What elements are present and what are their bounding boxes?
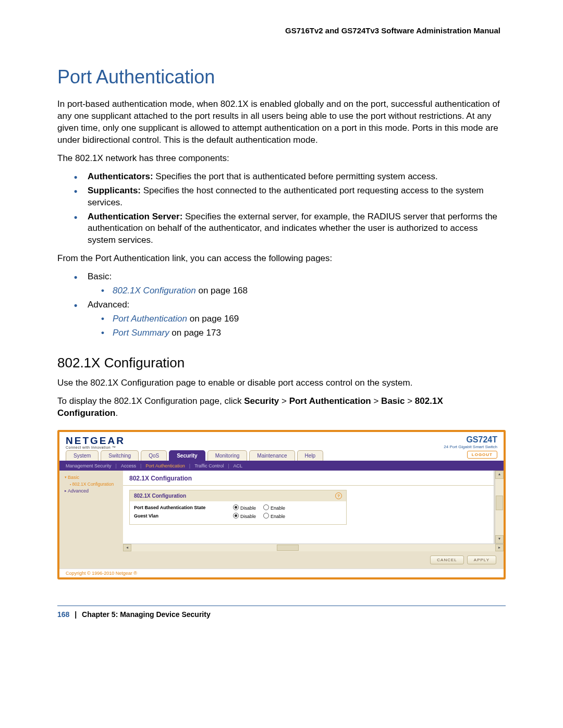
scroll-thumb[interactable] bbox=[496, 496, 503, 510]
advanced-label: Advanced: bbox=[88, 300, 129, 310]
field-label: Port Based Authentication State bbox=[134, 505, 228, 510]
text: . bbox=[115, 408, 118, 418]
list-item: Authenticators: Specifies the port that … bbox=[74, 171, 506, 183]
breadcrumb-part: Basic bbox=[381, 396, 405, 406]
separator-icon: | bbox=[71, 610, 80, 619]
list-item: Port Authentication on page 169 bbox=[101, 313, 506, 325]
scroll-right-icon[interactable]: ▸ bbox=[495, 544, 504, 551]
tab-monitoring[interactable]: Monitoring bbox=[207, 450, 248, 461]
subnav-traffic-control[interactable]: Traffic Control bbox=[194, 463, 224, 468]
radio-icon bbox=[233, 513, 239, 519]
field-guest-vlan: Guest Vlan Disable Enable bbox=[134, 512, 342, 520]
nav-instruction: To display the 802.1X Configuration page… bbox=[57, 396, 506, 419]
subnav-mgmt-security[interactable]: Management Security bbox=[66, 463, 112, 468]
page-ref: on page 168 bbox=[196, 286, 248, 295]
cancel-button[interactable]: CANCEL bbox=[430, 556, 463, 564]
page-ref: on page 173 bbox=[169, 328, 221, 338]
components-list: Authenticators: Specifies the port that … bbox=[57, 171, 506, 247]
subnav-acl[interactable]: ACL bbox=[234, 463, 243, 468]
scroll-thumb[interactable] bbox=[277, 545, 299, 551]
radio-icon bbox=[263, 513, 269, 519]
apply-button[interactable]: APPLY bbox=[467, 556, 496, 564]
subnav-port-auth[interactable]: Port Authentication bbox=[145, 463, 185, 468]
term: Supplicants: bbox=[88, 186, 141, 195]
radio-enable[interactable]: Enable bbox=[263, 513, 285, 519]
pane-title: 802.1X Configuration bbox=[123, 471, 494, 486]
separator-icon: | bbox=[114, 463, 119, 468]
copyright-text: Copyright © 1996-2010 Netgear ® bbox=[59, 569, 504, 577]
gt-icon: > bbox=[371, 396, 381, 406]
radio-icon bbox=[263, 504, 269, 510]
scroll-up-icon[interactable]: ▴ bbox=[495, 471, 504, 479]
list-item: Supplicants: Specifies the host connecte… bbox=[74, 185, 506, 209]
tab-maintenance[interactable]: Maintenance bbox=[249, 450, 295, 461]
panel-footer: CANCEL APPLY bbox=[59, 551, 504, 569]
term: Authentication Server: bbox=[88, 212, 182, 221]
side-nav: Basic 802.1X Configuration Advanced bbox=[59, 471, 123, 544]
help-icon[interactable]: ? bbox=[335, 492, 342, 499]
tab-qos[interactable]: QoS bbox=[141, 450, 167, 461]
panel-title-text: 802.1X Configuration bbox=[134, 493, 186, 499]
link-port-summary[interactable]: Port Summary bbox=[113, 328, 169, 338]
list-item: Basic: 802.1X Configuration on page 168 bbox=[74, 271, 506, 297]
radio-label: Enable bbox=[271, 514, 285, 519]
components-intro: The 802.1X network has three components: bbox=[57, 153, 506, 165]
radio-disable[interactable]: Disable bbox=[233, 513, 256, 519]
list-item: Port Summary on page 173 bbox=[101, 327, 506, 339]
sidenav-advanced[interactable]: Advanced bbox=[63, 487, 120, 495]
chapter-title: Chapter 5: Managing Device Security bbox=[82, 610, 211, 619]
page-footer: 168 | Chapter 5: Managing Device Securit… bbox=[57, 610, 506, 619]
list-item: Authentication Server: Specifies the ext… bbox=[74, 211, 506, 247]
radio-label: Disable bbox=[240, 514, 256, 519]
term: Authenticators: bbox=[88, 171, 153, 181]
link-port-auth[interactable]: Port Authentication bbox=[113, 314, 187, 324]
pages-intro: From the Port Authentication link, you c… bbox=[57, 253, 506, 265]
definition: Specifies the port that is authenticated… bbox=[153, 171, 438, 181]
page-number: 168 bbox=[57, 610, 69, 619]
main-tabs: System Switching QoS Security Monitoring… bbox=[59, 450, 504, 461]
logout-button[interactable]: LOGOUT bbox=[467, 451, 497, 459]
scroll-track[interactable] bbox=[131, 544, 495, 551]
main-pane: 802.1X Configuration 802.1X Configuratio… bbox=[123, 471, 494, 544]
tab-switching[interactable]: Switching bbox=[101, 450, 139, 461]
section-desc: Use the 802.1X Configuration page to ena… bbox=[57, 377, 506, 389]
embedded-screenshot: NETGEAR Connect with Innovation ™ GS724T… bbox=[57, 430, 506, 579]
separator-icon: | bbox=[187, 463, 192, 468]
separator-icon: | bbox=[226, 463, 231, 468]
field-port-auth-state: Port Based Authentication State Disable … bbox=[134, 503, 342, 512]
sidenav-8021x-config[interactable]: 802.1X Configuration bbox=[63, 481, 120, 487]
radio-enable[interactable]: Enable bbox=[263, 504, 285, 511]
basic-label: Basic: bbox=[88, 272, 112, 281]
breadcrumb-part: Port Authentication bbox=[289, 396, 371, 406]
field-label: Guest Vlan bbox=[134, 513, 228, 519]
breadcrumb-part: Security bbox=[244, 396, 279, 406]
subnav-access[interactable]: Access bbox=[121, 463, 136, 468]
list-item: 802.1X Configuration on page 168 bbox=[101, 285, 506, 297]
scroll-left-icon[interactable]: ◂ bbox=[123, 544, 131, 551]
brand-logo: NETGEAR Connect with Innovation ™ bbox=[66, 435, 125, 449]
pages-list: Basic: 802.1X Configuration on page 168 … bbox=[57, 271, 506, 339]
tab-help[interactable]: Help bbox=[297, 450, 324, 461]
sidenav-basic[interactable]: Basic bbox=[63, 474, 120, 481]
device-model: GS724T bbox=[444, 435, 497, 445]
scroll-down-icon[interactable]: ▾ bbox=[495, 535, 504, 544]
radio-label: Enable bbox=[271, 505, 285, 511]
list-item: Advanced: Port Authentication on page 16… bbox=[74, 299, 506, 339]
tab-security[interactable]: Security bbox=[169, 450, 205, 461]
scroll-track[interactable] bbox=[495, 479, 504, 535]
section-title: 802.1X Configuration bbox=[57, 355, 506, 371]
tab-system[interactable]: System bbox=[66, 450, 99, 461]
brand-name: NETGEAR bbox=[66, 435, 125, 446]
radio-label: Disable bbox=[240, 505, 256, 511]
device-model-sub: 24 Port Gigabit Smart Switch bbox=[444, 445, 497, 449]
radio-disable[interactable]: Disable bbox=[233, 504, 256, 511]
gt-icon: > bbox=[279, 396, 289, 406]
config-panel: 802.1X Configuration ? Port Based Authen… bbox=[129, 490, 347, 525]
intro-paragraph: In port-based authentication mode, when … bbox=[57, 98, 506, 146]
definition: Specifies the host connected to the auth… bbox=[88, 186, 484, 207]
link-8021x-config[interactable]: 802.1X Configuration bbox=[113, 286, 196, 295]
vertical-scrollbar[interactable]: ▴ ▾ bbox=[495, 471, 504, 544]
gt-icon: > bbox=[405, 396, 414, 406]
sub-nav: Management Security| Access| Port Authen… bbox=[59, 461, 504, 471]
horizontal-scrollbar[interactable]: ◂ ▸ bbox=[123, 544, 504, 551]
